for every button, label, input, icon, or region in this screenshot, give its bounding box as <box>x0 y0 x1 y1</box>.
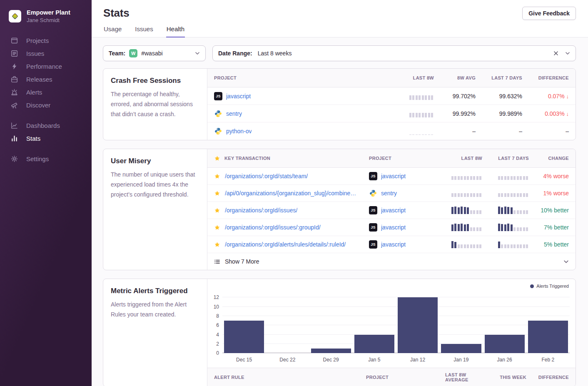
sparkline <box>498 241 528 248</box>
change-value: 5% better <box>529 241 569 248</box>
performance-icon <box>10 63 18 70</box>
app-root: Empower Plant Jane Schmidt ProjectsIssue… <box>0 0 588 386</box>
y-axis-label: 0 <box>216 350 219 356</box>
project-link[interactable]: sentry <box>226 110 242 117</box>
sparkline <box>409 92 434 100</box>
change-value: 1% worse <box>529 190 569 197</box>
change-value: 7% better <box>529 224 569 231</box>
panel-description: The percentage of healthy, errored, and … <box>111 89 199 119</box>
team-filter-label: Team: <box>109 50 125 57</box>
project-link[interactable]: javascript <box>381 173 406 179</box>
bar-slot <box>483 291 526 353</box>
sidebar-item-settings[interactable]: Settings <box>0 152 92 165</box>
transaction-link[interactable]: /organizations/:orgId/issues/ <box>225 207 297 214</box>
arrow-down-icon: ↓ <box>566 93 569 100</box>
column-header: PROJECT <box>369 156 436 161</box>
sparkline <box>498 189 528 197</box>
date-range-label: Date Range: <box>218 50 252 57</box>
date-range-filter[interactable]: Date Range: Last 8 weeks <box>212 45 576 61</box>
transaction-link[interactable]: /organizations/:orgId/issues/:groupId/ <box>225 224 321 231</box>
chevron-down-icon <box>195 51 200 56</box>
panel-description: Alerts triggered from the Alert Rules yo… <box>111 299 199 319</box>
bar-slot <box>222 291 266 353</box>
legend-marker <box>530 284 534 288</box>
sidebar-item-projects[interactable]: Projects <box>0 34 92 47</box>
chart-bar[interactable] <box>485 335 525 354</box>
star-icon[interactable] <box>214 224 220 231</box>
project-link[interactable]: python-ov <box>226 128 252 134</box>
panel-title: User Misery <box>111 157 199 165</box>
python-platform-icon <box>369 189 377 197</box>
column-header: KEY TRANSACTION <box>214 155 369 162</box>
chart-bar[interactable] <box>311 349 351 353</box>
legend-label: Alerts Triggered <box>536 284 569 289</box>
sidebar-item-dashboards[interactable]: Dashboards <box>0 119 92 132</box>
team-filter[interactable]: Team: W #wasabi <box>103 45 206 61</box>
content: Team: W #wasabi Date Range: Last 8 weeks <box>92 37 588 386</box>
sidebar-item-issues[interactable]: Issues <box>0 47 92 60</box>
sidebar-item-stats[interactable]: Stats <box>0 132 92 145</box>
alerts-triggered-chart: Alerts Triggered 024681012 Dec 15Dec 22D… <box>207 279 576 363</box>
x-axis-label: Jan 26 <box>483 357 526 363</box>
column-header: DIFFERENCE <box>526 375 569 380</box>
dashboards-icon <box>10 122 18 129</box>
column-header: LAST 8W <box>436 156 482 161</box>
sparkline <box>409 110 434 117</box>
chart-bar[interactable] <box>528 321 568 353</box>
transaction-link[interactable]: /api/0/organizations/{organization_slug}… <box>225 190 356 197</box>
column-header: LAST 7 DAYS <box>482 156 529 161</box>
column-header: LAST 8W AVERAGE <box>445 372 487 382</box>
page-header: Stats Give Feedback UsageIssuesHealth <box>92 0 588 37</box>
project-link[interactable]: javascript <box>381 241 406 248</box>
chart-bar[interactable] <box>224 321 264 353</box>
tab-health[interactable]: Health <box>166 25 185 38</box>
table-row: sentry 99.992% 99.989% 0.003% ↓ <box>207 105 576 122</box>
y-axis-label: 10 <box>214 304 219 310</box>
project-link[interactable]: javascript <box>381 207 406 214</box>
y-axis-label: 12 <box>214 294 219 300</box>
sidebar-item-alerts[interactable]: Alerts <box>0 86 92 99</box>
sidebar-item-label: Stats <box>26 135 40 142</box>
star-icon[interactable] <box>214 207 220 214</box>
user-misery-description-block: User Misery The number of unique users t… <box>103 149 207 270</box>
star-icon[interactable] <box>214 190 220 197</box>
sidebar-item-label: Projects <box>26 37 49 44</box>
tab-usage[interactable]: Usage <box>103 25 122 38</box>
y-axis: 024681012 <box>210 291 222 353</box>
chart-legend[interactable]: Alerts Triggered <box>210 283 569 289</box>
bar-slot <box>439 291 483 353</box>
sidebar-item-releases[interactable]: Releases <box>0 73 92 86</box>
project-link[interactable]: javascript <box>226 93 251 100</box>
y-axis-label: 6 <box>216 322 219 328</box>
transaction-link[interactable]: /organizations/:orgId/stats/team/ <box>225 173 308 179</box>
y-axis-label: 8 <box>216 313 219 319</box>
crash-free-sessions-panel: Crash Free Sessions The percentage of he… <box>103 68 576 140</box>
give-feedback-button[interactable]: Give Feedback <box>522 7 576 20</box>
list-icon <box>214 259 220 265</box>
transaction-link[interactable]: /organizations/:orgId/alerts/rules/detai… <box>225 241 346 248</box>
table-row: /organizations/:orgId/stats/team/ JSjava… <box>207 168 576 185</box>
project-link[interactable]: javascript <box>381 224 406 231</box>
last-7-days-value: 99.632% <box>476 93 522 100</box>
crash-free-table-body: JSjavascript 99.702% 99.632% 0.07% ↓ sen… <box>207 87 576 140</box>
sidebar-item-discover[interactable]: Discover <box>0 99 92 112</box>
sidebar-item-performance[interactable]: Performance <box>0 60 92 73</box>
org-switcher[interactable]: Empower Plant Jane Schmidt <box>0 0 92 34</box>
table-row: /organizations/:orgId/alerts/rules/detai… <box>207 236 576 253</box>
tab-bar: UsageIssuesHealth <box>92 20 588 37</box>
chart-bar[interactable] <box>354 335 394 354</box>
column-header: THIS WEEK <box>487 375 526 380</box>
sidebar-item-label: Issues <box>26 50 44 57</box>
metric-alerts-description-block: Metric Alerts Triggered Alerts triggered… <box>103 279 207 386</box>
star-icon[interactable] <box>214 242 220 248</box>
star-icon[interactable] <box>214 173 220 179</box>
user-name: Jane Schmidt <box>27 17 70 23</box>
chart-bar[interactable] <box>398 297 438 353</box>
show-more-button[interactable]: Show 7 More <box>207 253 576 270</box>
clear-date-range-icon[interactable] <box>553 51 558 56</box>
chart-bar[interactable] <box>441 344 481 353</box>
bar-slot <box>309 291 353 353</box>
tab-issues[interactable]: Issues <box>135 25 153 38</box>
project-link[interactable]: sentry <box>381 190 397 197</box>
sidebar-item-label: Performance <box>26 63 62 70</box>
